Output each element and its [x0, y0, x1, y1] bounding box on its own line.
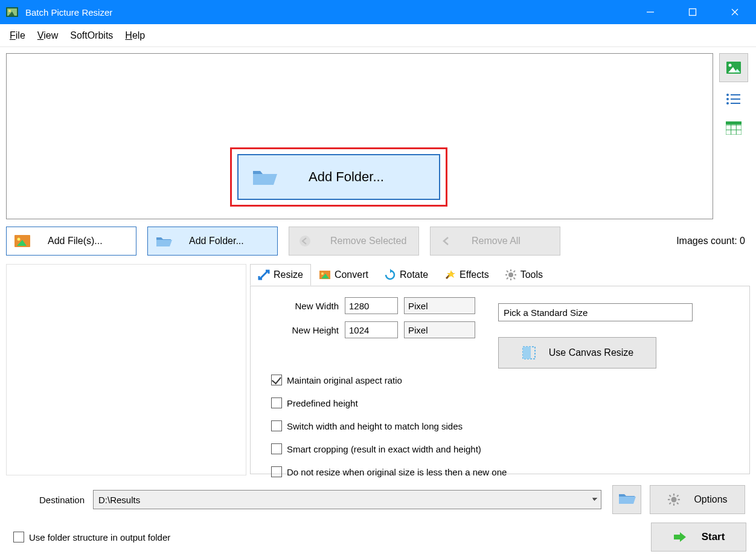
- svg-point-43: [671, 497, 677, 503]
- no-upscale-label: Do not resize when original size is less…: [287, 467, 507, 477]
- view-image-button[interactable]: [719, 53, 748, 82]
- properties-panel: [6, 264, 246, 475]
- resize-icon: [258, 269, 270, 281]
- new-height-label: New Height: [263, 325, 339, 335]
- maximize-button[interactable]: [671, 0, 714, 24]
- svg-rect-42: [523, 347, 531, 359]
- svg-line-51: [670, 503, 671, 504]
- canvas-resize-label: Use Canvas Resize: [549, 347, 634, 358]
- svg-point-24: [18, 238, 21, 241]
- tab-convert[interactable]: Convert: [311, 264, 376, 286]
- effects-icon: [444, 269, 456, 281]
- svg-point-28: [321, 272, 324, 275]
- new-height-input[interactable]: [345, 321, 398, 338]
- start-button[interactable]: Start: [651, 523, 746, 552]
- standard-size-select[interactable]: Pick a Standard Size: [498, 303, 693, 321]
- svg-line-39: [513, 271, 515, 272]
- svg-marker-53: [680, 532, 686, 542]
- remove-selected-button[interactable]: Remove Selected: [289, 227, 419, 256]
- close-button[interactable]: [714, 0, 756, 24]
- svg-rect-52: [674, 535, 680, 539]
- svg-point-9: [728, 64, 731, 67]
- tab-effects[interactable]: Effects: [436, 264, 497, 286]
- predefined-height-checkbox[interactable]: [271, 397, 282, 408]
- rotate-icon: [384, 269, 396, 281]
- menu-softorbits[interactable]: SoftOrbits: [64, 27, 119, 45]
- list-icon: [726, 92, 742, 106]
- svg-line-48: [670, 495, 671, 497]
- svg-line-40: [507, 278, 508, 280]
- switch-wh-checkbox[interactable]: [271, 420, 282, 431]
- view-mode-toolbar: [717, 53, 750, 219]
- add-folder-highlight: Add Folder...: [230, 147, 447, 207]
- remove-all-icon: [438, 234, 455, 248]
- tab-tools[interactable]: Tools: [497, 264, 551, 286]
- svg-point-26: [300, 236, 310, 246]
- view-list-button[interactable]: [725, 91, 742, 108]
- predefined-height-label: Predefined height: [287, 398, 358, 408]
- folder-open-icon: [251, 166, 278, 188]
- file-toolbar: Add File(s)... Add Folder... Remove Sele…: [6, 227, 750, 256]
- destination-select[interactable]: D:\Results: [93, 490, 601, 509]
- preview-canvas: Add Folder...: [6, 53, 713, 219]
- start-label: Start: [702, 531, 725, 543]
- svg-point-2: [8, 10, 11, 12]
- folder-open-icon: [618, 491, 636, 508]
- width-unit-select[interactable]: Pixel: [404, 297, 475, 314]
- add-files-button[interactable]: Add File(s)...: [6, 227, 136, 256]
- tab-convert-label: Convert: [335, 269, 368, 280]
- tools-icon: [505, 269, 517, 281]
- smart-cropping-label: Smart cropping (result in exact width an…: [287, 444, 481, 454]
- height-unit-select[interactable]: Pixel: [404, 321, 475, 338]
- images-count-label: Images count: 0: [676, 236, 745, 246]
- menubar: File View SoftOrbits Help: [0, 24, 756, 47]
- tab-rotate-label: Rotate: [400, 269, 428, 280]
- svg-line-38: [513, 278, 515, 280]
- svg-line-7: [732, 9, 738, 15]
- options-button[interactable]: Options: [650, 485, 745, 514]
- app-title: Batch Picture Resizer: [25, 7, 112, 18]
- no-upscale-checkbox[interactable]: [271, 466, 282, 477]
- browse-folder-button[interactable]: [612, 485, 641, 514]
- aspect-ratio-checkbox[interactable]: [271, 375, 282, 385]
- tab-rotate[interactable]: Rotate: [376, 264, 436, 286]
- minimize-button[interactable]: [629, 0, 671, 24]
- new-width-input[interactable]: [345, 297, 398, 314]
- folder-structure-checkbox[interactable]: [13, 532, 24, 542]
- svg-line-50: [677, 495, 679, 497]
- add-folder-big-label: Add Folder...: [309, 169, 384, 185]
- folder-open-icon: [155, 234, 172, 248]
- remove-all-button[interactable]: Remove All: [430, 227, 560, 256]
- menu-help[interactable]: Help: [119, 27, 151, 45]
- svg-marker-30: [390, 269, 392, 273]
- add-folder-big-button[interactable]: Add Folder...: [237, 154, 440, 200]
- menu-file[interactable]: File: [4, 27, 31, 45]
- svg-rect-5: [690, 9, 696, 16]
- svg-point-14: [726, 98, 729, 100]
- canvas-resize-button[interactable]: Use Canvas Resize: [498, 337, 656, 369]
- smart-cropping-checkbox[interactable]: [271, 443, 282, 454]
- svg-point-32: [508, 272, 513, 277]
- new-width-label: New Width: [263, 301, 339, 311]
- app-icon: [5, 5, 19, 19]
- options-label: Options: [694, 494, 727, 505]
- remove-selected-label: Remove Selected: [330, 236, 406, 246]
- image-icon: [14, 234, 31, 248]
- menu-view[interactable]: View: [31, 27, 64, 45]
- add-folder-label: Add Folder...: [189, 236, 244, 246]
- switch-wh-label: Switch width and height to match long si…: [287, 421, 463, 431]
- destination-label: Destination: [6, 495, 85, 505]
- resize-tab-content: New Width Pixel New Height Pixel Pick a …: [250, 286, 750, 474]
- svg-point-12: [726, 94, 729, 96]
- grid-icon: [726, 121, 742, 135]
- image-icon: [725, 59, 742, 76]
- view-grid-button[interactable]: [725, 120, 742, 137]
- svg-line-49: [677, 503, 679, 504]
- tab-tools-label: Tools: [521, 269, 543, 280]
- tab-resize-label: Resize: [274, 269, 303, 280]
- play-icon: [673, 530, 687, 544]
- convert-icon: [319, 269, 331, 281]
- add-folder-button[interactable]: Add Folder...: [147, 227, 278, 256]
- tabbar: Resize Convert Rotate Effects Tools: [250, 264, 750, 286]
- tab-resize[interactable]: Resize: [250, 264, 311, 286]
